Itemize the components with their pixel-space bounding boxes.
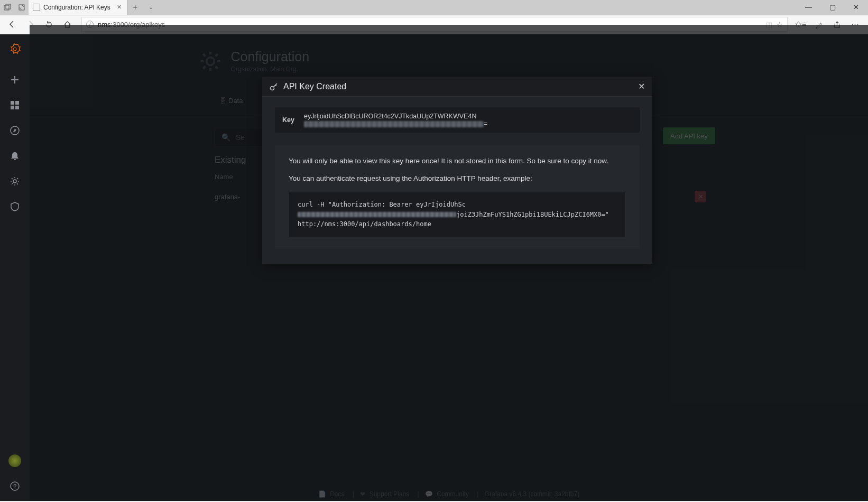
window-close-button[interactable]: ✕ — [844, 0, 868, 15]
svg-rect-2 — [19, 5, 24, 10]
modal-info-line-2: You can authenticate request using the A… — [289, 174, 626, 182]
redacted-curl-segment — [298, 212, 456, 217]
svg-point-3 — [13, 48, 16, 51]
tab-title: Configuration: API Keys — [43, 4, 110, 11]
svg-point-13 — [271, 86, 274, 90]
configuration-gear-icon[interactable] — [8, 175, 21, 188]
tab-close-icon[interactable]: ✕ — [117, 4, 122, 11]
svg-rect-7 — [15, 106, 19, 109]
browser-tab-bar: Configuration: API Keys ✕ + ⌄ — ▢ ✕ — [0, 0, 868, 15]
server-admin-shield-icon[interactable] — [8, 200, 21, 213]
new-tab-button[interactable]: + — [127, 3, 143, 12]
browser-tab-active[interactable]: Configuration: API Keys ✕ — [29, 0, 127, 15]
api-key-field[interactable]: Key eyJrIjoidUhScDlBcUROR2t4c2VJTkdaUUp2… — [275, 107, 640, 133]
window-minimize-button[interactable]: — — [797, 0, 820, 15]
key-icon — [270, 82, 278, 91]
dashboards-icon[interactable] — [8, 99, 21, 111]
plus-icon[interactable] — [8, 73, 21, 86]
grafana-logo-icon[interactable] — [8, 43, 21, 55]
modal-info-block: You will only be able to view this key h… — [275, 145, 640, 249]
sidebar: ? — [0, 34, 30, 501]
tab-actions-icon-2[interactable] — [14, 0, 29, 15]
api-key-value: eyJrIjoidUhScDlBcUROR2t4c2VJTkdaUUp2TWRK… — [304, 113, 632, 127]
window-maximize-button[interactable]: ▢ — [820, 0, 844, 15]
api-key-label: Key — [282, 116, 294, 124]
curl-example-code[interactable]: curl -H "Authorization: Bearer eyJrIjoid… — [289, 192, 626, 237]
svg-point-9 — [13, 180, 16, 183]
modal-info-line-1: You will only be able to view this key h… — [289, 157, 626, 165]
svg-rect-5 — [15, 101, 19, 105]
explore-icon[interactable] — [8, 124, 21, 137]
svg-rect-4 — [11, 101, 14, 105]
svg-rect-1 — [6, 4, 11, 9]
page-content: Configuration Organization: Main Org. 🗄D… — [30, 34, 868, 501]
modal-header: API Key Created ✕ — [262, 77, 652, 97]
svg-rect-0 — [4, 5, 9, 10]
tab-dropdown-icon[interactable]: ⌄ — [143, 4, 159, 11]
help-icon[interactable]: ? — [8, 480, 21, 492]
alerting-bell-icon[interactable] — [8, 150, 21, 162]
svg-text:?: ? — [13, 483, 16, 489]
tab-actions-icon-1[interactable] — [0, 0, 14, 15]
svg-rect-6 — [11, 106, 14, 109]
user-avatar[interactable] — [8, 454, 21, 467]
nav-back-button[interactable] — [3, 16, 21, 32]
modal-title: API Key Created — [283, 82, 346, 91]
api-key-created-modal: API Key Created ✕ Key eyJrIjoidUhScDlBcU… — [262, 77, 652, 264]
app-viewport: ? Configuration Organization: Main Org. … — [0, 34, 868, 501]
redacted-key-segment — [304, 121, 484, 127]
modal-close-button[interactable]: ✕ — [638, 81, 645, 91]
tab-favicon-icon — [33, 4, 40, 11]
